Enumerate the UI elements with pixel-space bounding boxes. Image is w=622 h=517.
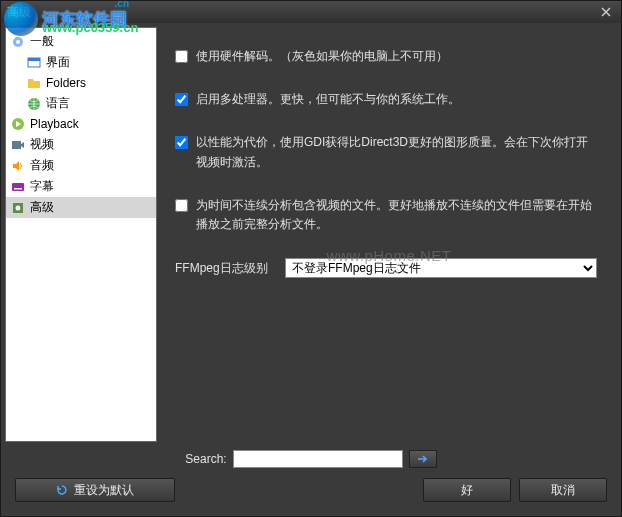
arrow-right-icon: [417, 454, 429, 464]
sidebar-item-video[interactable]: 视频: [6, 134, 156, 155]
analyze-discont-label: 为时间不连续分析包含视频的文件。更好地播放不连续的文件但需要在开始播放之前完整分…: [196, 196, 597, 234]
svg-rect-7: [12, 183, 24, 191]
sidebar-item-label: Folders: [46, 76, 86, 90]
advanced-settings-window: 高级 一般 界面 Folders: [0, 0, 622, 517]
multi-cpu-checkbox[interactable]: [175, 93, 188, 106]
video-icon: [10, 137, 26, 153]
option-multi-cpu: 启用多处理器。更快，但可能不与你的系统工作。: [175, 90, 597, 109]
close-button[interactable]: [597, 4, 615, 20]
svg-point-1: [16, 40, 20, 44]
search-row: Search:: [15, 450, 607, 468]
sidebar-item-language[interactable]: 语言: [6, 93, 156, 114]
sidebar-item-label: 语言: [46, 95, 70, 112]
window-title: 高级: [7, 4, 597, 21]
bottom-bar: Search: 重设为默认 好 取消: [5, 442, 617, 512]
advanced-icon: [10, 200, 26, 216]
ffmpeg-log-select[interactable]: 不登录FFMpeg日志文件: [285, 258, 597, 278]
svg-rect-3: [28, 58, 40, 61]
folder-icon: [26, 75, 42, 91]
cancel-button-label: 取消: [551, 482, 575, 499]
sidebar-item-subtitle[interactable]: 字幕: [6, 176, 156, 197]
window-icon: [26, 55, 42, 71]
ffmpeg-log-row: FFMpeg日志级别 不登录FFMpeg日志文件: [175, 258, 597, 278]
ok-button-label: 好: [461, 482, 473, 499]
multi-cpu-label: 启用多处理器。更快，但可能不与你的系统工作。: [196, 90, 597, 109]
sidebar-item-label: 音频: [30, 157, 54, 174]
gdi-quality-checkbox[interactable]: [175, 136, 188, 149]
search-label: Search:: [185, 452, 226, 466]
svg-rect-8: [14, 188, 22, 190]
gear-icon: [10, 34, 26, 50]
sidebar-item-interface[interactable]: 界面: [6, 52, 156, 73]
svg-rect-6: [12, 141, 21, 149]
sidebar-item-general[interactable]: 一般: [6, 31, 156, 52]
sidebar-item-audio[interactable]: 音频: [6, 155, 156, 176]
category-sidebar: 一般 界面 Folders 语言: [5, 27, 157, 442]
play-icon: [10, 116, 26, 132]
sidebar-item-label: 一般: [30, 33, 54, 50]
audio-icon: [10, 158, 26, 174]
option-gdi-quality: 以性能为代价，使用GDI获得比Direct3D更好的图形质量。会在下次你打开视频…: [175, 133, 597, 171]
sidebar-item-label: 字幕: [30, 178, 54, 195]
option-analyze-discont: 为时间不连续分析包含视频的文件。更好地播放不连续的文件但需要在开始播放之前完整分…: [175, 196, 597, 234]
cancel-button[interactable]: 取消: [519, 478, 607, 502]
option-hw-decode: 使用硬件解码。（灰色如果你的电脑上不可用）: [175, 47, 597, 66]
sidebar-item-label: 视频: [30, 136, 54, 153]
reset-icon: [56, 484, 68, 496]
search-go-button[interactable]: [409, 450, 437, 468]
hw-decode-label: 使用硬件解码。（灰色如果你的电脑上不可用）: [196, 47, 597, 66]
settings-panel: 使用硬件解码。（灰色如果你的电脑上不可用） 启用多处理器。更快，但可能不与你的系…: [161, 27, 617, 442]
gdi-quality-label: 以性能为代价，使用GDI获得比Direct3D更好的图形质量。会在下次你打开视频…: [196, 133, 597, 171]
category-tree: 一般 界面 Folders 语言: [6, 28, 156, 221]
search-input[interactable]: [233, 450, 403, 468]
ok-button[interactable]: 好: [423, 478, 511, 502]
sidebar-item-folders[interactable]: Folders: [6, 73, 156, 93]
main-row: 一般 界面 Folders 语言: [5, 27, 617, 442]
sidebar-item-label: 界面: [46, 54, 70, 71]
content-area: 一般 界面 Folders 语言: [1, 23, 621, 516]
button-row: 重设为默认 好 取消: [15, 478, 607, 502]
hw-decode-checkbox[interactable]: [175, 50, 188, 63]
sidebar-item-label: 高级: [30, 199, 54, 216]
svg-point-10: [16, 205, 21, 210]
close-icon: [601, 7, 611, 17]
sidebar-item-advanced[interactable]: 高级: [6, 197, 156, 218]
ffmpeg-log-label: FFMpeg日志级别: [175, 260, 285, 277]
subtitle-icon: [10, 179, 26, 195]
sidebar-item-playback[interactable]: Playback: [6, 114, 156, 134]
sidebar-item-label: Playback: [30, 117, 79, 131]
title-bar: 高级: [1, 1, 621, 23]
reset-defaults-button[interactable]: 重设为默认: [15, 478, 175, 502]
analyze-discont-checkbox[interactable]: [175, 199, 188, 212]
reset-button-label: 重设为默认: [74, 482, 134, 499]
globe-icon: [26, 96, 42, 112]
